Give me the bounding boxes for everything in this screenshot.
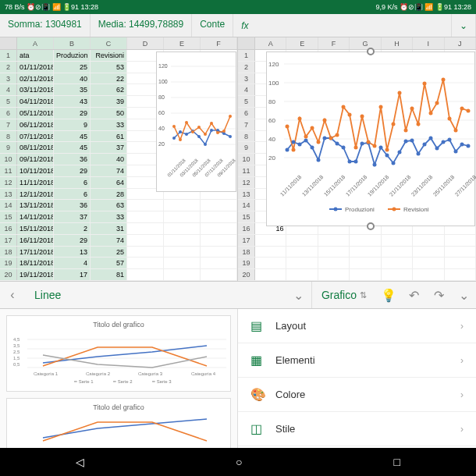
svg-point-74 xyxy=(442,140,446,144)
svg-point-99 xyxy=(410,107,414,111)
svg-point-63 xyxy=(373,163,377,167)
svg-point-104 xyxy=(442,78,446,82)
svg-point-75 xyxy=(448,138,452,142)
dropdown-icon[interactable]: ⌄ xyxy=(452,14,476,37)
svg-text:27/11/2018: 27/11/2018 xyxy=(454,174,476,197)
svg-point-78 xyxy=(467,144,471,148)
svg-point-67 xyxy=(398,151,402,155)
svg-point-106 xyxy=(454,129,458,133)
svg-point-49 xyxy=(286,148,290,152)
svg-text:20: 20 xyxy=(158,141,165,147)
svg-text:Categoria 1: Categoria 1 xyxy=(34,371,59,376)
opt-elementi[interactable]: ▦Elementi› xyxy=(238,343,476,378)
svg-text:3,5: 3,5 xyxy=(13,343,20,348)
svg-point-65 xyxy=(385,154,389,158)
svg-point-28 xyxy=(210,122,213,125)
svg-point-29 xyxy=(216,131,219,134)
svg-text:20: 20 xyxy=(268,155,275,162)
resize-handle-top[interactable] xyxy=(367,48,375,55)
svg-point-23 xyxy=(179,138,182,141)
back-icon[interactable]: ‹ xyxy=(0,288,25,302)
svg-point-96 xyxy=(392,123,396,126)
svg-point-73 xyxy=(435,147,439,151)
svg-text:━ Serie 1: ━ Serie 1 xyxy=(73,379,94,384)
svg-text:60: 60 xyxy=(268,117,275,124)
toolbar: ‹ Linee ⌄ Grafico ⇅ 💡 ↶ ↷ ⌄ xyxy=(0,281,476,309)
svg-point-101 xyxy=(423,82,427,86)
svg-text:4,5: 4,5 xyxy=(13,337,20,342)
svg-point-108 xyxy=(467,109,471,113)
bulb-icon[interactable]: 💡 xyxy=(376,288,401,303)
svg-point-22 xyxy=(172,125,176,128)
svg-text:25/11/2018: 25/11/2018 xyxy=(432,174,456,197)
nav-recent-icon[interactable]: □ xyxy=(394,456,400,468)
svg-point-80 xyxy=(292,148,296,152)
svg-point-72 xyxy=(429,137,433,140)
svg-point-100 xyxy=(417,123,421,126)
chart-left[interactable]: 12010080604020 01/11/201803/11/201805/11… xyxy=(156,52,236,192)
svg-point-89 xyxy=(348,113,352,117)
svg-point-59 xyxy=(348,160,352,164)
svg-point-57 xyxy=(336,142,339,146)
svg-point-122 xyxy=(393,208,396,211)
opt-colore[interactable]: 🎨Colore› xyxy=(238,378,476,412)
svg-point-66 xyxy=(392,162,396,165)
svg-text:100: 100 xyxy=(268,80,279,87)
svg-text:Revisioni: Revisioni xyxy=(403,206,429,213)
svg-text:60: 60 xyxy=(158,110,165,115)
preview-chart-1[interactable]: Titolo del grafico 4,53,52,51,50,5 Categ… xyxy=(6,315,231,392)
svg-point-76 xyxy=(454,150,458,154)
svg-point-27 xyxy=(204,133,207,136)
svg-text:21/11/2018: 21/11/2018 xyxy=(389,174,412,197)
svg-point-53 xyxy=(311,146,314,150)
svg-point-107 xyxy=(460,107,464,111)
svg-text:15/11/2018: 15/11/2018 xyxy=(323,174,346,197)
opt-layout[interactable]: ▤Layout› xyxy=(238,309,476,343)
chevron-down-icon[interactable]: ⌄ xyxy=(286,288,311,303)
svg-point-13 xyxy=(179,130,182,133)
svg-point-12 xyxy=(172,137,176,140)
svg-point-92 xyxy=(367,140,371,144)
svg-point-93 xyxy=(373,144,377,148)
nav-home-icon[interactable]: ○ xyxy=(236,456,242,468)
svg-text:11/11/2018: 11/11/2018 xyxy=(279,174,303,197)
grafico-button[interactable]: Grafico ⇅ xyxy=(311,282,376,308)
sheet-left[interactable]: ABCDEF 1ataProduzionRevisioni201/11/2018… xyxy=(0,37,238,281)
svg-point-58 xyxy=(342,146,346,150)
stats-bar: Somma: 1304981 Media: 14499,78889 Conte … xyxy=(0,14,476,37)
svg-text:Categoria 3: Categoria 3 xyxy=(138,371,163,376)
undo-icon[interactable]: ↶ xyxy=(401,288,426,303)
svg-point-81 xyxy=(298,117,302,121)
linee-button[interactable]: Linee xyxy=(25,282,70,308)
svg-point-30 xyxy=(222,130,226,133)
svg-text:80: 80 xyxy=(268,98,275,105)
more-icon[interactable]: ⌄ xyxy=(451,288,476,303)
svg-text:Categoria 2: Categoria 2 xyxy=(86,371,111,376)
svg-point-90 xyxy=(354,146,358,150)
preview-chart-2[interactable]: Titolo del grafico xyxy=(6,398,231,448)
resize-handle-bottom[interactable] xyxy=(367,222,375,230)
opt-stile[interactable]: ◫Stile› xyxy=(238,412,476,446)
svg-point-61 xyxy=(361,142,364,146)
sum-stat: Somma: 1304981 xyxy=(0,14,91,37)
svg-point-16 xyxy=(197,135,201,138)
svg-point-54 xyxy=(317,158,321,162)
svg-point-26 xyxy=(197,126,201,129)
avg-stat: Media: 14499,78889 xyxy=(91,14,192,37)
chart-preview-panel[interactable]: Titolo del grafico 4,53,52,51,50,5 Categ… xyxy=(0,309,238,448)
svg-text:━ Serie 3: ━ Serie 3 xyxy=(151,379,172,384)
svg-point-25 xyxy=(191,130,194,133)
formula-bar[interactable]: fx xyxy=(233,14,452,37)
redo-icon[interactable]: ↷ xyxy=(426,288,451,303)
svg-point-14 xyxy=(185,133,188,136)
chart-options: ▤Layout›▦Elementi›🎨Colore›◫Stile› xyxy=(238,309,476,448)
svg-point-102 xyxy=(429,112,433,115)
sheet-right[interactable]: AEFGHIJ 11223344556677889910101111121213… xyxy=(238,37,476,281)
chart-right[interactable]: 12010080604020 11/11/201813/11/201815/11… xyxy=(266,52,475,226)
nav-back-icon[interactable]: ◁ xyxy=(76,456,84,468)
svg-point-17 xyxy=(204,143,207,146)
svg-point-94 xyxy=(379,105,383,109)
svg-point-64 xyxy=(379,146,383,150)
svg-point-18 xyxy=(210,129,213,132)
svg-text:Categoria 4: Categoria 4 xyxy=(191,371,216,376)
